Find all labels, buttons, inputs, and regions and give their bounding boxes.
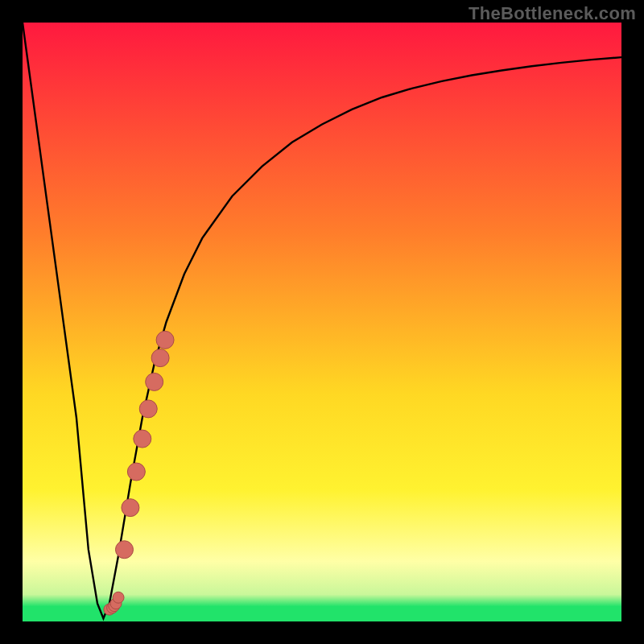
highlight-dot bbox=[139, 400, 157, 418]
watermark-text: TheBottleneck.com bbox=[469, 3, 636, 24]
bottleneck-chart bbox=[23, 23, 621, 621]
highlight-dot bbox=[151, 349, 169, 367]
highlight-dot bbox=[122, 499, 139, 517]
highlight-dot bbox=[115, 541, 133, 559]
highlight-dot bbox=[134, 430, 151, 448]
highlight-dot bbox=[113, 592, 124, 603]
highlight-dot bbox=[146, 373, 163, 390]
highlight-dot bbox=[127, 463, 145, 481]
highlight-dot bbox=[156, 331, 174, 349]
gradient-background bbox=[23, 23, 621, 621]
chart-frame: TheBottleneck.com bbox=[0, 0, 644, 644]
plot-area bbox=[23, 23, 621, 621]
